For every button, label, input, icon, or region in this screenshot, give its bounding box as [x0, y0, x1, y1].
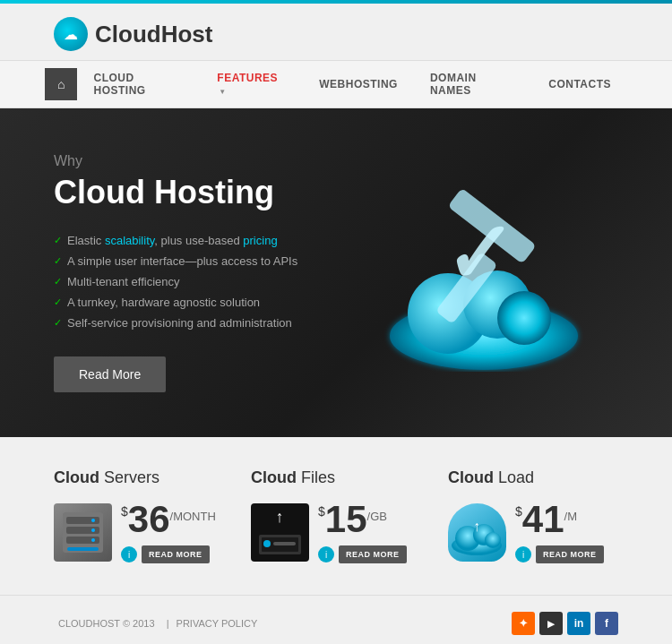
files-read-more-button[interactable]: READ MORE	[339, 545, 407, 563]
nav-item-cloud-hosting[interactable]: CLOUD HOSTING	[77, 61, 201, 107]
svg-text:↑: ↑	[473, 519, 480, 534]
load-read-more-button[interactable]: READ MORE	[536, 545, 604, 563]
svg-rect-20	[273, 542, 296, 545]
service-servers-title: Cloud Servers	[54, 468, 224, 487]
servers-amount: 36	[128, 501, 170, 538]
read-more-button[interactable]: Read More	[54, 356, 166, 392]
feature-3-text: Multi-tenant efficiency	[67, 275, 180, 288]
files-pricing: $ 15 /GB i READ MORE	[318, 501, 407, 563]
svg-point-19	[263, 540, 271, 547]
feature-5: Self-service provisioning and administra…	[54, 316, 349, 330]
logo-container[interactable]: CloudHost	[54, 17, 212, 51]
servers-actions: i READ MORE	[121, 545, 216, 563]
service-cloud-files: Cloud Files ↑ $ 15 /GB	[251, 468, 421, 563]
social-rss-icon[interactable]: ✦	[512, 612, 535, 635]
logo-text: CloudHost	[95, 21, 212, 48]
load-actions: i READ MORE	[515, 545, 604, 563]
servers-dollar: $	[121, 504, 128, 519]
nav-item-contacts[interactable]: CONTACTS	[532, 67, 627, 101]
svg-point-12	[91, 528, 95, 532]
servers-price-row: $ 36 /MONTH	[121, 501, 216, 538]
hero-section: Why Cloud Hosting Elastic scalability, p…	[0, 108, 672, 437]
files-dollar: $	[318, 504, 325, 519]
service-load-title: Cloud Load	[448, 468, 618, 487]
footer: CLOUDHOST © 2013 | PRIVACY POLICY ✦ ▶ in…	[0, 595, 672, 644]
hero-content: Why Cloud Hosting Elastic scalability, p…	[54, 153, 349, 392]
nav-bar: ⌂ CLOUD HOSTING FEATURES ▼ WEBHOSTING DO…	[0, 60, 672, 108]
feature-1: Elastic scalability, plus use-based pric…	[54, 234, 349, 247]
files-price-row: $ 15 /GB	[318, 501, 407, 538]
load-icon: ↑	[448, 503, 506, 562]
feature-1-text: Elastic scalability, plus use-based pric…	[67, 234, 278, 247]
nav-item-features[interactable]: FEATURES ▼	[201, 61, 303, 107]
social-youtube-icon[interactable]: ▶	[539, 612, 563, 635]
logo-bold: Cloud	[95, 21, 161, 47]
servers-period: /MONTH	[170, 510, 216, 523]
social-facebook-icon[interactable]: f	[595, 612, 618, 635]
servers-pricing: $ 36 /MONTH i READ MORE	[121, 501, 216, 563]
feature-4-text: A turnkey, hardware agnostic solution	[67, 296, 260, 309]
load-info-icon[interactable]: i	[515, 546, 531, 562]
feature-4: A turnkey, hardware agnostic solution	[54, 296, 349, 309]
logo-light: Host	[161, 21, 213, 47]
svg-point-11	[91, 519, 95, 522]
servers-icon	[54, 503, 112, 562]
logo-icon	[54, 17, 88, 51]
nav-item-domain-names[interactable]: DOMAIN NAMES	[414, 61, 532, 107]
files-icon: ↑	[251, 503, 309, 562]
nav-home-button[interactable]: ⌂	[45, 68, 77, 100]
service-cloud-load: Cloud Load ↑	[448, 468, 618, 563]
load-amount: 41	[522, 501, 564, 538]
chevron-down-icon: ▼	[219, 88, 226, 96]
hero-features-list: Elastic scalability, plus use-based pric…	[54, 234, 349, 330]
svg-point-3	[497, 291, 551, 345]
svg-text:✓: ✓	[443, 205, 515, 301]
header: CloudHost	[0, 4, 672, 60]
service-files-title: Cloud Files	[251, 468, 421, 487]
feature-2-text: A simple user interface—plus access to A…	[67, 254, 297, 268]
svg-rect-14	[67, 547, 99, 551]
feature-5-text: Self-service provisioning and administra…	[67, 316, 292, 330]
cloud-3d-graphic: ✓	[367, 184, 600, 363]
footer-privacy-link[interactable]: PRIVACY POLICY	[177, 618, 258, 629]
footer-left: CLOUDHOST © 2013 | PRIVACY POLICY	[54, 618, 257, 629]
load-period: /M	[564, 510, 577, 523]
files-amount: 15	[325, 501, 367, 538]
files-info-icon[interactable]: i	[318, 546, 334, 562]
cloud-checkmark-svg: ✓	[367, 184, 600, 372]
svg-text:↑: ↑	[276, 508, 284, 526]
files-period: /GB	[367, 510, 387, 523]
load-dollar: $	[515, 504, 522, 519]
servers-info-icon[interactable]: i	[121, 546, 137, 562]
hero-title: Cloud Hosting	[54, 174, 349, 211]
service-load-content: ↑ $ 41 /M i READ MORE	[448, 501, 618, 563]
hero-image: ✓	[349, 184, 618, 363]
feature-3: Multi-tenant efficiency	[54, 275, 349, 288]
svg-point-13	[91, 538, 95, 542]
files-actions: i READ MORE	[318, 545, 407, 563]
social-icons: ✦ ▶ in f	[512, 612, 618, 635]
hero-why: Why	[54, 153, 349, 169]
svg-point-24	[485, 532, 501, 548]
load-pricing: $ 41 /M i READ MORE	[515, 501, 604, 563]
social-linkedin-icon[interactable]: in	[567, 612, 590, 635]
service-files-content: ↑ $ 15 /GB i READ MORE	[251, 501, 421, 563]
servers-read-more-button[interactable]: READ MORE	[142, 545, 210, 563]
service-cloud-servers: Cloud Servers $ 36 /MONT	[54, 468, 224, 563]
footer-separator: |	[167, 618, 172, 629]
services-section: Cloud Servers $ 36 /MONT	[0, 437, 672, 595]
service-servers-content: $ 36 /MONTH i READ MORE	[54, 501, 224, 563]
footer-copyright: CLOUDHOST © 2013	[58, 618, 155, 629]
nav-item-webhosting[interactable]: WEBHOSTING	[303, 67, 414, 101]
load-price-row: $ 41 /M	[515, 501, 604, 538]
feature-2: A simple user interface—plus access to A…	[54, 254, 349, 268]
